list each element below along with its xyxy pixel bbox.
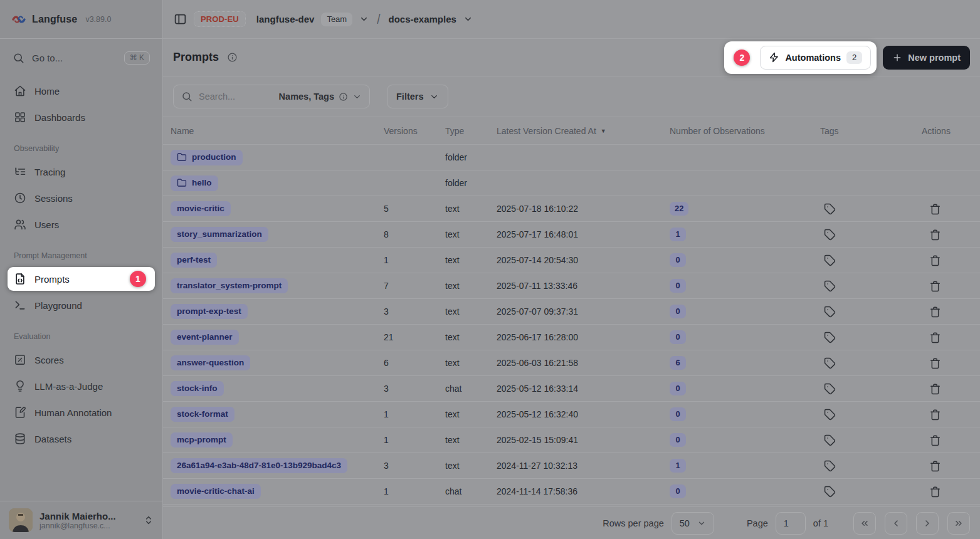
prev-page-button[interactable] [885, 512, 907, 535]
column-header-number-of-observations[interactable]: Number of Observations [670, 126, 820, 136]
project-name[interactable]: docs-examples [388, 14, 456, 24]
trash-icon[interactable] [929, 280, 942, 292]
trash-icon[interactable] [929, 486, 942, 498]
sidebar-item-scores[interactable]: Scores [8, 348, 155, 372]
type-cell: text [445, 435, 497, 445]
table-row[interactable]: productionfolder [163, 145, 980, 170]
app-version: v3.89.0 [85, 15, 111, 24]
next-page-button[interactable] [916, 512, 939, 535]
search-scope-dropdown[interactable]: Names, Tags [279, 92, 362, 102]
column-header-tags[interactable]: Tags [820, 126, 922, 136]
table-row[interactable]: movie-critic-chat-ai1chat2024-11-14 17:5… [163, 479, 980, 505]
trash-icon[interactable] [929, 357, 942, 369]
prompt-name-badge[interactable]: 26a61a94-e3ab-48d7-81e0-13b929bad4c3 [171, 458, 347, 473]
user-menu[interactable]: Jannik Maierho... jannik@langfuse.c... [0, 501, 162, 539]
last-page-button[interactable] [947, 512, 970, 535]
prompt-name-badge[interactable]: story_summarization [171, 227, 268, 242]
org-name[interactable]: langfuse-dev [256, 14, 315, 24]
sidebar-item-human-annotation[interactable]: Human Annotation [8, 400, 155, 424]
table-row[interactable]: 26a61a94-e3ab-48d7-81e0-13b929bad4c33tex… [163, 453, 980, 479]
prompt-name-badge[interactable]: movie-critic [171, 201, 231, 216]
new-prompt-button[interactable]: New prompt [883, 46, 970, 70]
tag-icon[interactable] [824, 357, 836, 369]
page-number-input[interactable]: 1 [776, 512, 806, 535]
info-icon[interactable] [227, 52, 238, 63]
column-header-actions[interactable]: Actions [922, 126, 980, 136]
table-row[interactable]: answer-question6text2025-06-03 16:21:586 [163, 350, 980, 376]
search-input[interactable]: Search... Names, Tags [173, 85, 370, 108]
tag-icon[interactable] [824, 409, 836, 421]
tag-icon[interactable] [824, 254, 836, 266]
table-row[interactable]: prompt-exp-test3text2025-07-07 09:37:310 [163, 299, 980, 325]
sidebar-toggle-icon[interactable] [174, 13, 187, 26]
prompt-name-badge[interactable]: mcp-prompt [171, 432, 233, 447]
tag-icon[interactable] [824, 383, 836, 395]
column-header-name[interactable]: Name [171, 126, 384, 136]
actions-cell [922, 280, 980, 292]
table-row[interactable]: mcp-prompt1text2025-02-15 15:09:410 [163, 427, 980, 453]
sidebar-item-tracing[interactable]: Tracing [8, 160, 155, 184]
tag-icon[interactable] [824, 229, 836, 241]
filters-button[interactable]: Filters [387, 85, 448, 108]
prompt-name-badge[interactable]: perf-test [171, 253, 217, 268]
prompt-name-badge[interactable]: prompt-exp-test [171, 304, 248, 319]
trash-icon[interactable] [929, 254, 942, 266]
trash-icon[interactable] [929, 306, 942, 318]
column-header-latest-version-created-at[interactable]: Latest Version Created At▼ [497, 126, 670, 136]
column-header-versions[interactable]: Versions [384, 126, 445, 136]
zap-icon [769, 52, 779, 63]
goto-shortcut: ⌘ K [124, 51, 150, 65]
sidebar-item-sessions[interactable]: Sessions [8, 186, 155, 210]
home-icon [14, 85, 26, 97]
table-row[interactable]: event-planner21text2025-06-17 16:28:000 [163, 325, 980, 350]
tag-icon[interactable] [824, 460, 836, 472]
trash-icon[interactable] [929, 434, 942, 446]
sidebar-item-dashboards[interactable]: Dashboards [8, 105, 155, 129]
prompt-name-badge[interactable]: movie-critic-chat-ai [171, 484, 261, 499]
folder-name-badge[interactable]: production [171, 150, 243, 165]
trash-icon[interactable] [929, 229, 942, 241]
rows-per-page-select[interactable]: 50 [672, 512, 714, 535]
tag-icon[interactable] [824, 203, 836, 215]
prompt-name-badge[interactable]: event-planner [171, 330, 239, 345]
environment-badge[interactable]: PROD-EU [194, 11, 246, 27]
sidebar-item-llm-as-a-judge[interactable]: LLM-as-a-Judge [8, 374, 155, 398]
tag-icon[interactable] [824, 280, 836, 292]
prompt-name: stock-info [177, 384, 218, 393]
trash-icon[interactable] [929, 383, 942, 395]
tag-icon[interactable] [824, 434, 836, 446]
sidebar-item-prompts[interactable]: Prompts1 [8, 267, 155, 291]
table-row[interactable]: stock-info3chat2025-05-12 16:33:140 [163, 376, 980, 402]
prompt-name-badge[interactable]: stock-format [171, 407, 234, 422]
plus-icon [892, 53, 902, 63]
prompt-name-badge[interactable]: translator_system-prompt [171, 278, 288, 293]
sidebar-item-label: Datasets [34, 434, 71, 444]
chevron-down-icon[interactable] [359, 14, 369, 24]
trash-icon[interactable] [929, 332, 942, 343]
table-row[interactable]: stock-format1text2025-05-12 16:32:400 [163, 402, 980, 427]
folder-name-badge[interactable]: hello [171, 175, 218, 191]
table-row[interactable]: perf-test1text2025-07-14 20:54:300 [163, 248, 980, 273]
table-row[interactable]: story_summarization8text2025-07-17 16:48… [163, 222, 980, 248]
goto-search[interactable]: Go to... ⌘ K [6, 47, 156, 69]
sidebar-item-users[interactable]: Users [8, 212, 155, 236]
trash-icon[interactable] [929, 203, 942, 215]
sidebar-item-home[interactable]: Home [8, 79, 155, 103]
sidebar-item-label: Playground [34, 300, 82, 311]
sidebar-item-playground[interactable]: Playground [8, 293, 155, 317]
tag-icon[interactable] [824, 306, 836, 318]
table-row[interactable]: translator_system-prompt7text2025-07-11 … [163, 273, 980, 299]
trash-icon[interactable] [929, 409, 942, 421]
table-row[interactable]: movie-critic5text2025-07-18 16:10:2222 [163, 196, 980, 222]
table-row[interactable]: hellofolder [163, 170, 980, 196]
sidebar-item-datasets[interactable]: Datasets [8, 427, 155, 451]
column-header-type[interactable]: Type [445, 126, 497, 136]
prompt-name-badge[interactable]: answer-question [171, 355, 250, 370]
automations-button[interactable]: Automations 2 [760, 46, 871, 70]
trash-icon[interactable] [929, 460, 942, 472]
tag-icon[interactable] [824, 332, 836, 343]
first-page-button[interactable] [853, 512, 876, 535]
chevron-down-icon[interactable] [463, 14, 473, 24]
prompt-name-badge[interactable]: stock-info [171, 381, 224, 396]
tag-icon[interactable] [824, 486, 836, 498]
